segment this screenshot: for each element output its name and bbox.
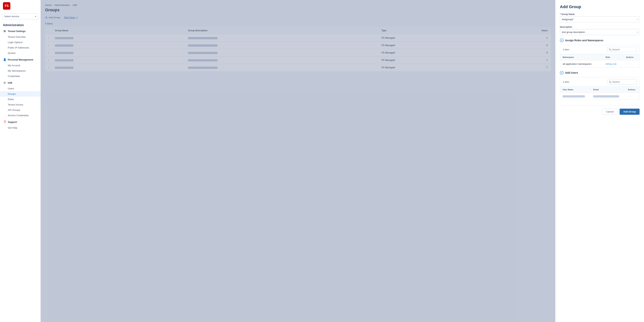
table-row: all application namespaces billing-role … [560, 60, 640, 68]
email-cell [590, 93, 625, 100]
users-col-email: Email [590, 87, 625, 93]
description-label: Description [560, 26, 640, 28]
sidebar-item-api-groups[interactable]: API Groups [0, 107, 40, 113]
roles-search-input[interactable] [607, 47, 637, 52]
roles-col-actions: Actions [624, 54, 640, 60]
assign-roles-icon: + [560, 39, 564, 42]
sidebar: F5 Select service ▾ Administration ⊞ Ten… [0, 0, 41, 322]
iam-label: IAM [8, 81, 12, 84]
group-name-clear-icon[interactable]: × [636, 18, 638, 21]
sidebar-group-header-tenant-settings[interactable]: ⊞ Tenant Settings [0, 28, 40, 34]
admin-section-title: Administration [0, 21, 40, 28]
group-name-input[interactable] [560, 16, 640, 22]
sidebar-group-personal-management: 👤 Personal Management My Account My Name… [0, 57, 40, 79]
sidebar-item-my-namespaces[interactable]: My Namespaces [0, 68, 40, 74]
username-cell [560, 93, 590, 100]
sidebar-group-support: ❓ Support Get Help [0, 119, 40, 130]
assign-roles-header[interactable]: + Assign Roles and Namespaces [560, 39, 640, 42]
support-label: Support [8, 121, 17, 123]
sidebar-item-my-account[interactable]: My Account [0, 63, 40, 68]
users-col-actions: Actions [625, 87, 640, 93]
sidebar-item-login-options[interactable]: Login Options [0, 40, 40, 45]
table-row: ··· [560, 93, 640, 100]
support-icon: ❓ [3, 120, 6, 124]
sidebar-item-get-help[interactable]: Get Help [0, 125, 40, 130]
role-cell: billing-role [603, 60, 624, 68]
roles-table: Namespace Role Actions all application n… [560, 54, 640, 67]
users-search-icon: 🔍 [609, 81, 612, 83]
sidebar-item-roles[interactable]: Roles [0, 97, 40, 102]
namespace-cell: all application namespaces [560, 60, 603, 68]
users-search-wrapper: 🔍 [607, 79, 637, 85]
users-table: User Name Email Actions ··· [560, 87, 640, 100]
sidebar-item-public-ip-addresses[interactable]: Public IP Addresses [0, 45, 40, 50]
group-name-input-wrapper: × [560, 16, 640, 22]
tenant-settings-icon: ⊞ [3, 30, 6, 33]
users-toolbar: 1 item 🔍 [560, 77, 640, 87]
sidebar-item-tenant-overview[interactable]: Tenant Overview [0, 34, 40, 40]
group-name-field: * Group Name × [560, 13, 640, 22]
sidebar-group-tenant-settings: ⊞ Tenant Settings Tenant Overview Login … [0, 28, 40, 56]
main-area: Home › Administration › IAM Groups ⊕ Add… [41, 0, 555, 322]
tenant-settings-label: Tenant Settings [8, 30, 26, 33]
email-blurred [593, 95, 619, 98]
users-col-username: User Name [560, 87, 590, 93]
sidebar-item-tenant-access[interactable]: Tenant Access [0, 102, 40, 107]
role-link[interactable]: billing-role [606, 63, 617, 65]
service-select-label: Select service [4, 15, 19, 18]
chevron-down-icon: ▾ [35, 15, 36, 18]
f5-logo: F5 [3, 2, 10, 10]
add-group-drawer: Add Group * Group Name × Description × +… [555, 0, 644, 322]
roles-col-namespace: Namespace [560, 54, 603, 60]
roles-col-role: Role [603, 54, 624, 60]
users-table-container: 1 item 🔍 User Name Email Actions [560, 77, 640, 100]
description-field: Description × [560, 26, 640, 35]
add-users-icon: + [560, 71, 564, 75]
role-actions-cell: ··· [624, 60, 640, 68]
iam-icon: ⊙ [3, 81, 6, 84]
service-select-dropdown[interactable]: Select service ▾ [2, 13, 38, 20]
drawer-footer: Cancel Add Group [560, 106, 640, 115]
personal-management-icon: 👤 [3, 58, 6, 61]
users-search-input[interactable] [607, 79, 637, 85]
sidebar-group-header-personal-management[interactable]: 👤 Personal Management [0, 57, 40, 63]
description-input-wrapper: × [560, 29, 640, 35]
sidebar-group-header-support[interactable]: ❓ Support [0, 119, 40, 125]
sidebar-item-quotas[interactable]: Quotas [0, 50, 40, 56]
sidebar-item-groups[interactable]: Groups [0, 91, 40, 97]
roles-search-wrapper: 🔍 [607, 47, 637, 52]
add-group-submit-button[interactable]: Add Group [620, 109, 640, 115]
user-actions-menu[interactable]: ··· [628, 95, 632, 98]
roles-table-container: 1 item 🔍 Namespace Role Actions all appl… [560, 45, 640, 68]
description-input[interactable] [560, 29, 640, 35]
sidebar-item-credentials[interactable]: Credentials [0, 74, 40, 79]
add-users-header[interactable]: + Add Users [560, 71, 640, 75]
roles-count: 1 item [563, 48, 569, 51]
sidebar-logo-area: F5 [0, 0, 40, 12]
sidebar-item-users[interactable]: Users [0, 86, 40, 91]
sidebar-group-iam: ⊙ IAM Users Groups Roles Tenant Access A… [0, 80, 40, 118]
role-actions-menu[interactable]: ··· [626, 62, 630, 65]
description-clear-icon[interactable]: × [636, 31, 638, 34]
user-actions-cell: ··· [625, 93, 640, 100]
sidebar-group-header-iam[interactable]: ⊙ IAM [0, 80, 40, 86]
personal-management-label: Personal Management [8, 58, 33, 61]
drawer-title: Add Group [560, 5, 640, 9]
roles-toolbar: 1 item 🔍 [560, 45, 640, 54]
main-overlay [41, 0, 555, 322]
add-users-label: Add Users [565, 71, 578, 74]
users-count: 1 item [563, 81, 569, 83]
group-name-label: * Group Name [560, 13, 640, 16]
assign-roles-label: Assign Roles and Namespaces [565, 39, 603, 42]
roles-search-icon: 🔍 [609, 48, 612, 51]
sidebar-item-service-credentials[interactable]: Service Credentials [0, 113, 40, 118]
username-blurred [563, 95, 585, 98]
cancel-button[interactable]: Cancel [602, 109, 618, 115]
